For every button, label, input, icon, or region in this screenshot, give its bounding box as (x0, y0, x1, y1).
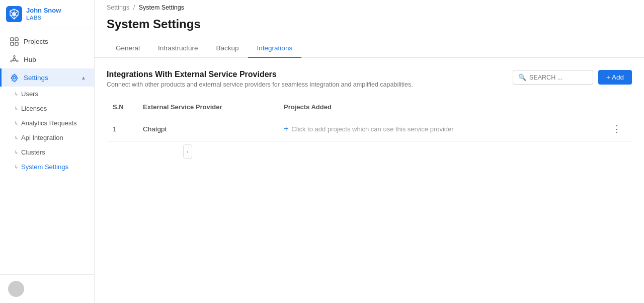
svg-point-13 (13, 77, 16, 79)
clusters-label: Clusters (21, 148, 45, 156)
breadcrumb-parent[interactable]: Settings (107, 4, 129, 11)
sub-arrow-icon: ↳ (14, 120, 18, 126)
row-provider: Chatgpt (137, 116, 278, 142)
user-avatar-area (0, 274, 94, 303)
chevron-up-icon: ▲ (81, 75, 86, 81)
tab-general[interactable]: General (107, 39, 149, 58)
section-title: Integrations With External Service Provi… (107, 70, 413, 79)
svg-rect-5 (15, 42, 18, 45)
svg-point-6 (13, 58, 16, 61)
sub-arrow-icon: ↳ (14, 91, 18, 97)
sidebar-item-users[interactable]: ↳ Users (0, 87, 94, 101)
logo-icon (6, 6, 22, 22)
settings-subnav: ↳ Users ↳ Licenses ↳ Analytics Requests … (0, 87, 94, 174)
section-title-block: Integrations With External Service Provi… (107, 70, 413, 88)
gear-icon (10, 73, 19, 82)
svg-rect-4 (11, 42, 14, 45)
add-button[interactable]: + Add (598, 70, 632, 85)
search-icon: 🔍 (518, 73, 526, 81)
sidebar-item-api[interactable]: ↳ Api Integration (0, 130, 94, 145)
svg-point-9 (11, 60, 12, 62)
col-header-projects: Projects Added (278, 98, 602, 116)
section-subtitle: Connect with other products and external… (107, 81, 413, 88)
sidebar: John Snow LABS Projects (0, 0, 95, 303)
col-header-sn: S.N (107, 98, 137, 116)
avatar (8, 281, 24, 297)
sidebar-item-settings[interactable]: Settings ▲ (0, 68, 94, 87)
add-project-inline[interactable]: + Click to add projects which can use th… (284, 124, 596, 133)
sidebar-item-clusters[interactable]: ↳ Clusters (0, 145, 94, 160)
breadcrumb-separator: / (133, 4, 135, 11)
table-row: 1 Chatgpt + Click to add projects which … (107, 116, 632, 142)
hub-label: Hub (24, 56, 36, 63)
search-box[interactable]: 🔍 (513, 70, 593, 85)
search-input[interactable] (529, 74, 588, 81)
sidebar-navigation: Projects Hub (0, 28, 94, 274)
licenses-label: Licenses (21, 105, 47, 112)
svg-point-8 (17, 60, 18, 62)
system-settings-label: System Settings (21, 163, 68, 171)
hub-icon (10, 55, 19, 64)
integrations-table: S.N External Service Provider Projects A… (107, 98, 632, 142)
sidebar-item-projects[interactable]: Projects (0, 32, 94, 50)
row-projects: + Click to add projects which can use th… (278, 116, 602, 142)
main-content: ‹ Settings / System Settings System Sett… (95, 0, 644, 303)
logo-text: John Snow LABS (26, 7, 61, 20)
projects-label: Projects (24, 38, 48, 45)
section-actions: 🔍 + Add (513, 70, 632, 85)
svg-rect-3 (15, 38, 18, 41)
row-menu-button[interactable]: ⋮ (608, 122, 626, 136)
sub-arrow-icon: ↳ (14, 164, 18, 170)
add-project-plus-icon: + (284, 124, 288, 133)
page-title: System Settings (107, 17, 632, 31)
breadcrumb-current: System Settings (139, 4, 184, 11)
sub-arrow-icon: ↳ (14, 135, 18, 140)
sidebar-collapse-button[interactable]: ‹ (183, 144, 192, 159)
sub-arrow-icon: ↳ (14, 106, 18, 111)
logo-labs: LABS (26, 15, 61, 21)
sidebar-item-analytics[interactable]: ↳ Analytics Requests (0, 116, 94, 130)
users-label: Users (21, 90, 38, 98)
row-actions: ⋮ (602, 116, 632, 142)
sidebar-item-hub[interactable]: Hub (0, 50, 94, 68)
tab-infrastructure[interactable]: Infrastructure (149, 39, 207, 58)
tab-integrations[interactable]: Integrations (248, 39, 302, 58)
settings-label: Settings (24, 74, 48, 82)
table-body: 1 Chatgpt + Click to add projects which … (107, 116, 632, 142)
api-label: Api Integration (21, 134, 63, 141)
sub-arrow-icon: ↳ (14, 149, 18, 155)
svg-rect-2 (11, 38, 14, 41)
grid-icon (10, 37, 19, 46)
tabs-bar: General Infrastructure Backup Integratio… (95, 39, 644, 58)
breadcrumb: Settings / System Settings (95, 0, 644, 15)
page-header: System Settings (95, 15, 644, 39)
row-sn: 1 (107, 116, 137, 142)
col-header-provider: External Service Provider (137, 98, 278, 116)
sidebar-item-licenses[interactable]: ↳ Licenses (0, 101, 94, 116)
logo-name: John Snow (26, 7, 61, 14)
table-header: S.N External Service Provider Projects A… (107, 98, 632, 116)
svg-point-7 (14, 55, 15, 57)
logo: John Snow LABS (0, 0, 94, 28)
analytics-label: Analytics Requests (21, 119, 77, 127)
add-project-text: Click to add projects which can use this… (291, 125, 453, 133)
tab-backup[interactable]: Backup (207, 39, 248, 58)
content-area: Integrations With External Service Provi… (95, 58, 644, 303)
svg-point-1 (12, 12, 16, 16)
sidebar-item-system-settings[interactable]: ↳ System Settings (0, 160, 94, 174)
section-header: Integrations With External Service Provi… (107, 70, 632, 88)
